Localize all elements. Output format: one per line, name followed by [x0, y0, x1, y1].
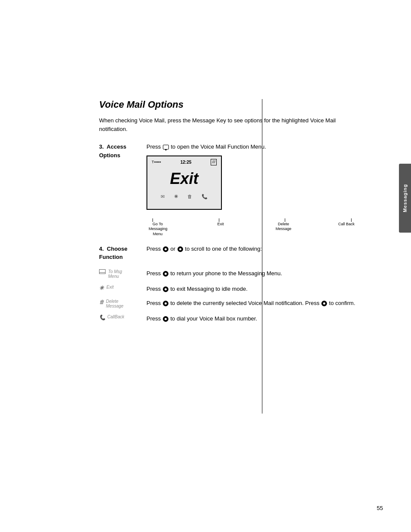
- step-4-content: Press or to scroll to one of the followi…: [146, 245, 358, 261]
- line-1: [153, 218, 153, 222]
- annotation-lines: [146, 218, 358, 222]
- exit-label: Exit: [106, 285, 114, 289]
- nav-down-icon: [177, 246, 183, 252]
- line-2: [219, 218, 219, 222]
- phone-time: 12:25: [181, 159, 192, 165]
- page-container: Messaging Voice Mail Options When checki…: [0, 0, 411, 532]
- envelope-icon: [99, 269, 106, 274]
- step-4-instruction: Press: [146, 246, 162, 252]
- phone-screen-wrapper: T▪▪▪▪▪ 12:25 /// Exit ✉ ✳ 🗑: [146, 156, 358, 237]
- side-tab-label: Messaging: [402, 184, 408, 212]
- phone-screen: T▪▪▪▪▪ 12:25 /// Exit ✉ ✳ 🗑: [146, 156, 222, 210]
- phone-labels-row: Go ToMessagingMenu Exit DeleteMessage Ca…: [146, 222, 358, 237]
- phone-icon-envelope: ✉: [161, 193, 165, 200]
- delete-label: DeleteMessage: [106, 299, 124, 308]
- phone-battery: ///: [211, 159, 217, 166]
- phone-icon-row: ✉ ✳ 🗑 📞: [152, 192, 217, 201]
- phone-icon-phone: 📞: [202, 193, 208, 200]
- step-4-label: 4. ChooseFunction: [99, 245, 146, 261]
- step-4-section: 4. ChooseFunction Press or to scroll to …: [99, 245, 358, 261]
- message-key-icon: [163, 145, 169, 149]
- function-exit: ✳ Exit Press to exit Messaging to idle m…: [99, 285, 358, 293]
- phone-signal-indicator: T▪▪▪▪▪: [152, 159, 161, 165]
- select-icon-3: [163, 301, 168, 306]
- callback-label: CallBack: [107, 314, 124, 319]
- function-desc-to-msg: Press to return your phone to the Messag…: [146, 269, 358, 278]
- step-3-number: 3. AccessOptions: [99, 143, 126, 159]
- step-4-suffix: to scroll to one of the following:: [185, 246, 262, 252]
- intro-text: When checking Voice Mail, press the Mess…: [99, 116, 358, 133]
- select-icon-4: [163, 316, 168, 322]
- step-4-or: or: [170, 246, 177, 252]
- function-icon-label-exit: ✳ Exit: [99, 285, 146, 291]
- step-3-section: 3. AccessOptions Press to open the Voice…: [99, 143, 358, 237]
- function-icon-label-callback: 📞 CallBack: [99, 314, 146, 320]
- main-content: Voice Mail Options When checking Voice M…: [99, 99, 358, 329]
- select-icon-1: [163, 271, 168, 277]
- label-callback: Call Back: [337, 222, 355, 237]
- phone-status-bar: T▪▪▪▪▪ 12:25 ///: [152, 159, 217, 166]
- function-icon-label-delete: 🗑 DeleteMessage: [99, 299, 146, 308]
- step-3-instruction: Press: [146, 143, 162, 150]
- label-delete-message: DeleteMessage: [274, 222, 293, 237]
- select-icon-3b: [321, 301, 327, 306]
- function-desc-delete: Press to delete the currently selected V…: [146, 299, 358, 308]
- line-4: [351, 218, 352, 222]
- step-3-label: 3. AccessOptions: [99, 143, 146, 237]
- select-icon-2: [163, 286, 168, 292]
- phone-main-display: Exit: [152, 167, 217, 190]
- page-title: Voice Mail Options: [99, 99, 358, 110]
- line-3: [285, 218, 285, 222]
- step-3-content: Press to open the Voice Mail Function Me…: [146, 143, 358, 237]
- label-exit: Exit: [212, 222, 230, 237]
- label-goto-messaging: Go ToMessagingMenu: [149, 222, 167, 237]
- function-desc-exit: Press to exit Messaging to idle mode.: [146, 285, 358, 293]
- side-tab-messaging: Messaging: [399, 164, 411, 233]
- function-icon-label-to-msg: To MsgMenu: [99, 269, 146, 279]
- phone-display-text: Exit: [170, 170, 198, 187]
- to-msg-menu-label: To MsgMenu: [108, 269, 122, 279]
- function-desc-callback: Press to dial your Voice Mail box number…: [146, 314, 358, 323]
- step-4-number: 4. ChooseFunction: [99, 246, 128, 261]
- function-delete-message: 🗑 DeleteMessage Press to delete the curr…: [99, 299, 358, 308]
- function-to-msg-menu: To MsgMenu Press to return your phone to…: [99, 269, 358, 279]
- hash-icon: ✳: [99, 285, 104, 291]
- step-3-suffix: to open the Voice Mail Function Menu.: [171, 143, 266, 150]
- phone-icon: 📞: [99, 314, 106, 320]
- function-callback: 📞 CallBack Press to dial your Voice Mail…: [99, 314, 358, 323]
- nav-up-icon: [163, 246, 168, 252]
- trash-icon: 🗑: [99, 299, 104, 305]
- phone-icon-info: 🗑: [187, 193, 192, 200]
- page-number: 55: [377, 505, 383, 511]
- phone-icon-hash: ✳: [174, 193, 178, 200]
